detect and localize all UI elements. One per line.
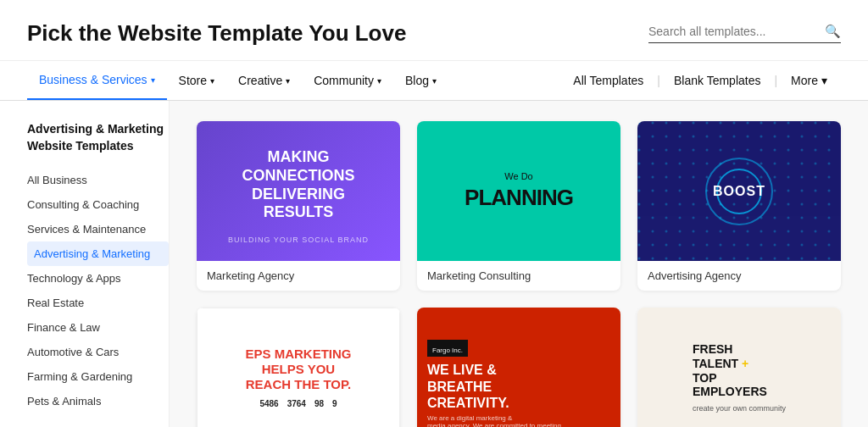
sidebar-item-advertising[interactable]: Advertising & Marketing	[27, 241, 169, 266]
template-card-2[interactable]: We Do PLANNING Marketing Consulting	[417, 121, 620, 291]
eps-headline: EPS MARKETINGHELPS YOUREACH THE TOP.	[245, 347, 351, 392]
sidebar-item-all-business[interactable]: All Business	[27, 168, 169, 192]
thumb-5-content: Fargo Inc. WE LIVE &BREATHECREATIVITY. W…	[417, 330, 620, 427]
thumb-headline: MAKINGCONNECTIONSDELIVERINGRESULTS	[228, 138, 369, 231]
template-card-5[interactable]: Fargo Inc. WE LIVE &BREATHECREATIVITY. W…	[417, 308, 620, 427]
fargo-badge: Fargo Inc.	[427, 340, 468, 357]
creativity-sub: We are a digital marketing &media agency…	[427, 414, 610, 427]
template-card-3[interactable]: BOOST Advertising Agency	[637, 121, 841, 291]
template-card-4[interactable]: EPS MARKETINGHELPS YOUREACH THE TOP. 548…	[197, 308, 400, 427]
thumb-subtext: BUILDING YOUR SOCIAL BRAND	[228, 236, 369, 244]
page-title: Pick the Website Template You Love	[27, 20, 406, 47]
sidebar: Advertising & Marketing Website Template…	[0, 101, 170, 427]
main-content: Advertising & Marketing Website Template…	[0, 101, 868, 427]
search-icon[interactable]: 🔍	[825, 24, 841, 39]
sidebar-item-finance[interactable]: Finance & Law	[27, 315, 169, 340]
fresh-sub: create your own community	[693, 404, 786, 413]
sidebar-item-real-estate[interactable]: Real Estate	[27, 291, 169, 315]
template-name-2: Marketing Consulting	[417, 261, 620, 291]
sidebar-title: Advertising & Marketing Website Template…	[27, 121, 169, 154]
nav-item-community[interactable]: Community ▾	[302, 62, 393, 99]
template-thumb-5: Fargo Inc. WE LIVE &BREATHECREATIVITY. W…	[417, 308, 620, 427]
boost-inner: BOOST	[716, 169, 762, 214]
template-thumb-4: EPS MARKETINGHELPS YOUREACH THE TOP. 548…	[197, 308, 400, 427]
template-card-6[interactable]: FRESHTALENT +TOPEMPLOYERS create your ow…	[637, 308, 841, 427]
page-wrapper: Pick the Website Template You Love 🔍 Bus…	[0, 0, 868, 427]
chevron-down-icon: ▾	[286, 76, 290, 86]
nav-item-creative[interactable]: Creative ▾	[226, 62, 302, 99]
sidebar-item-farming[interactable]: Farming & Gardening	[27, 364, 169, 389]
main-nav: Business & Services ▾ Store ▾ Creative ▾…	[0, 61, 868, 101]
eps-stat-2: 3764	[287, 399, 306, 408]
eps-stat-1: 5486	[259, 399, 278, 408]
nav-right: All Templates | Blank Templates | More ▾	[559, 62, 841, 99]
thumb-pretext: We Do	[465, 171, 573, 181]
eps-stats: 5486 3764 98 9	[245, 399, 351, 408]
eps-content: EPS MARKETINGHELPS YOUREACH THE TOP. 548…	[231, 333, 364, 422]
search-bar[interactable]: 🔍	[648, 24, 841, 43]
template-thumb-3: BOOST	[637, 121, 841, 261]
chevron-down-icon: ▾	[432, 76, 437, 86]
sidebar-item-automotive[interactable]: Automotive & Cars	[27, 340, 169, 364]
template-name-3: Advertising Agency	[637, 261, 841, 291]
nav-item-business[interactable]: Business & Services ▾	[27, 61, 167, 100]
eps-stat-4: 9	[332, 399, 337, 408]
thumb-text-wrapper-2: We Do PLANNING	[458, 164, 580, 218]
sidebar-item-pets[interactable]: Pets & Animals	[27, 389, 169, 413]
chevron-down-icon: ▾	[210, 76, 214, 86]
templates-content: MAKINGCONNECTIONSDELIVERINGRESULTS BUILD…	[170, 101, 868, 427]
creativity-headline: WE LIVE &BREATHECREATIVITY.	[427, 362, 610, 411]
nav-blank-templates[interactable]: Blank Templates	[660, 62, 774, 99]
header: Pick the Website Template You Love 🔍	[0, 0, 868, 61]
sidebar-item-consulting[interactable]: Consulting & Coaching	[27, 192, 169, 217]
template-card-1[interactable]: MAKINGCONNECTIONSDELIVERINGRESULTS BUILD…	[197, 121, 400, 291]
boost-label: BOOST	[713, 184, 765, 199]
fresh-accent: +	[742, 357, 748, 370]
chevron-down-icon: ▾	[151, 75, 155, 85]
template-thumb-1: MAKINGCONNECTIONSDELIVERINGRESULTS BUILD…	[197, 121, 400, 261]
chevron-down-icon: ▾	[821, 74, 827, 87]
fresh-headline: FRESHTALENT +TOPEMPLOYERS	[693, 342, 786, 399]
fresh-content: FRESHTALENT +TOPEMPLOYERS create your ow…	[682, 332, 796, 423]
chevron-down-icon: ▾	[377, 76, 381, 86]
template-thumb-6: FRESHTALENT +TOPEMPLOYERS create your ow…	[637, 308, 841, 427]
search-input[interactable]	[648, 25, 818, 38]
thumb-headline-2: PLANNING	[465, 185, 573, 211]
boost-circle: BOOST	[705, 158, 773, 225]
nav-item-store[interactable]: Store ▾	[167, 62, 226, 99]
nav-all-templates[interactable]: All Templates	[559, 62, 657, 99]
templates-grid: MAKINGCONNECTIONSDELIVERINGRESULTS BUILD…	[197, 121, 841, 427]
template-thumb-2: We Do PLANNING	[417, 121, 620, 261]
sidebar-item-technology[interactable]: Technology & Apps	[27, 266, 169, 291]
nav-item-blog[interactable]: Blog ▾	[393, 62, 448, 99]
template-name-1: Marketing Agency	[197, 261, 400, 291]
nav-more[interactable]: More ▾	[777, 62, 841, 99]
eps-stat-3: 98	[314, 399, 324, 408]
sidebar-item-services[interactable]: Services & Maintenance	[27, 217, 169, 241]
thumb-text-wrapper: MAKINGCONNECTIONSDELIVERINGRESULTS BUILD…	[228, 138, 369, 243]
